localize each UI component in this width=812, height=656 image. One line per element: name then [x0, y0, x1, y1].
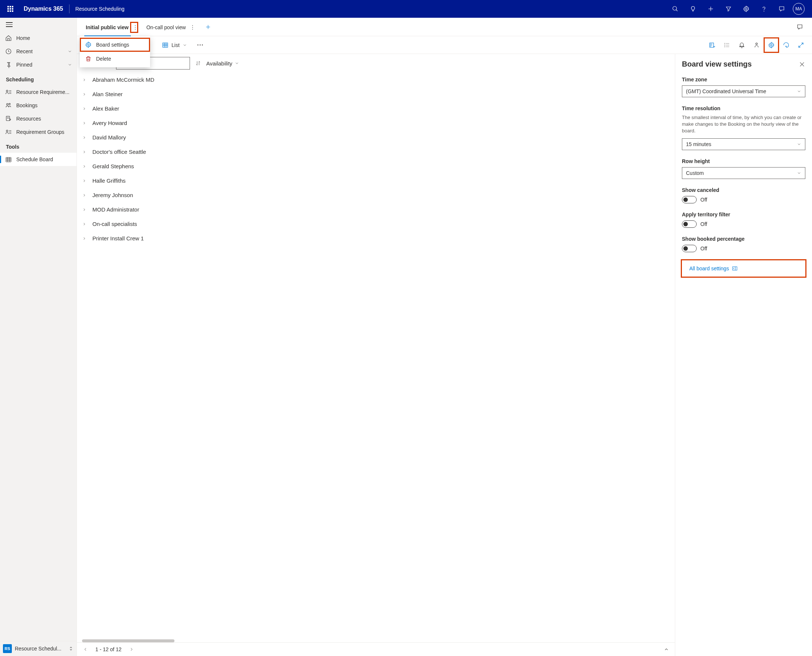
nav-pinned[interactable]: Pinned [0, 58, 77, 71]
resource-row[interactable]: Alex Baker [77, 101, 675, 116]
nav-label: Bookings [16, 102, 38, 108]
search-icon [672, 6, 679, 12]
booked-percentage-toggle[interactable] [682, 245, 697, 252]
svg-point-31 [724, 46, 725, 47]
availability-dropdown[interactable]: Availability [206, 60, 239, 67]
resources-icon [5, 115, 12, 122]
link-label: All board settings [689, 266, 729, 271]
svg-point-11 [6, 130, 8, 132]
nav-home[interactable]: Home [0, 31, 77, 45]
refresh-button[interactable] [780, 39, 793, 52]
resource-row[interactable]: Printer Install Crew 1 [77, 231, 675, 246]
expand-icon [798, 42, 804, 48]
filter-pane-button[interactable] [705, 39, 719, 52]
chevron-right-icon [82, 222, 87, 226]
lightbulb-icon [690, 6, 696, 12]
legend-button[interactable] [720, 39, 734, 52]
resource-row[interactable]: Halle Griffiths [77, 173, 675, 188]
chevron-up-icon [664, 647, 669, 652]
nav-resources[interactable]: Resources [0, 112, 77, 125]
svg-rect-36 [733, 267, 737, 270]
menu-board-settings[interactable]: Board settings [80, 38, 150, 52]
map-button[interactable] [750, 39, 763, 52]
app-launcher[interactable] [3, 0, 18, 18]
more-commands[interactable] [194, 42, 207, 48]
chevron-right-icon [82, 207, 87, 212]
territory-filter-toggle[interactable] [682, 220, 697, 228]
chevron-right-icon [82, 236, 87, 241]
expand-button[interactable] [794, 39, 807, 52]
menu-delete[interactable]: Delete [80, 52, 150, 66]
plus-icon [205, 24, 211, 30]
funnel-icon [725, 6, 732, 12]
resource-name: David Mallory [93, 134, 126, 141]
vertical-dots-icon [191, 25, 193, 30]
user-avatar[interactable]: MA [793, 3, 804, 15]
resource-row[interactable]: On-call specialists [77, 217, 675, 231]
tab-more-button[interactable] [188, 23, 195, 32]
filter-button[interactable] [719, 0, 737, 18]
svg-point-4 [746, 8, 747, 10]
show-canceled-label: Show canceled [682, 187, 805, 193]
nav-area-switcher[interactable]: RS Resource Schedul... [0, 641, 77, 656]
chevron-right-icon [82, 121, 87, 125]
resource-row[interactable]: Jeremy Johnson [77, 188, 675, 202]
lightbulb-button[interactable] [684, 0, 702, 18]
board-view-settings-panel: Board view settings Time zone (GMT) Coor… [675, 54, 812, 656]
app-name[interactable]: Dynamics 365 [18, 6, 69, 12]
person-icon [753, 42, 760, 48]
list-icon [724, 42, 730, 48]
gear-icon [743, 6, 750, 12]
chevron-right-icon [82, 92, 87, 96]
page-next[interactable] [129, 647, 134, 652]
resource-row[interactable]: Alan Steiner [77, 87, 675, 101]
nav-toggle[interactable] [0, 18, 77, 31]
settings-button[interactable] [737, 0, 755, 18]
collapse-panel[interactable] [664, 647, 669, 652]
horizontal-dots-icon [198, 44, 203, 45]
sort-button[interactable] [195, 60, 201, 66]
svg-point-29 [724, 43, 725, 43]
all-board-settings-link[interactable]: All board settings [687, 264, 740, 273]
view-switcher-list[interactable]: List [158, 40, 191, 51]
search-button[interactable] [666, 0, 684, 18]
row-height-select[interactable]: Custom [682, 167, 805, 179]
time-resolution-select[interactable]: 15 minutes [682, 138, 805, 150]
nav-resource-requirements[interactable]: Resource Requireme... [0, 85, 77, 99]
resource-row[interactable]: Avery Howard [77, 116, 675, 130]
tab-initial-public-view[interactable]: Initial public view [81, 18, 142, 37]
trash-icon [85, 56, 92, 62]
resource-name: Alan Steiner [93, 91, 123, 97]
show-canceled-toggle[interactable] [682, 196, 697, 203]
nav-schedule-board[interactable]: Schedule Board [0, 153, 77, 166]
nav-requirement-groups[interactable]: Requirement Groups [0, 125, 77, 139]
page-prev[interactable] [83, 647, 88, 652]
area-badge: RS [3, 644, 12, 653]
plus-icon [707, 6, 714, 12]
assistant-button[interactable] [773, 0, 790, 18]
alerts-button[interactable] [735, 39, 749, 52]
tab-on-call-pool-view[interactable]: On-call pool view [142, 18, 199, 37]
close-panel-button[interactable] [799, 61, 805, 68]
nav-bookings[interactable]: Bookings [0, 99, 77, 112]
nav-recent[interactable]: Recent [0, 45, 77, 58]
tab-more-button[interactable] [131, 23, 137, 32]
add-button[interactable] [702, 0, 719, 18]
booked-percentage-label: Show booked percentage [682, 236, 805, 242]
resource-row[interactable]: David Mallory [77, 130, 675, 145]
chevron-right-icon [82, 193, 87, 198]
resource-row[interactable]: Abraham McCormick MD [77, 73, 675, 87]
board-settings-button[interactable] [765, 39, 778, 52]
assistant-toggle[interactable] [792, 24, 807, 30]
refresh-icon [783, 42, 789, 48]
page-range: 1 - 12 of 12 [95, 647, 122, 652]
resource-row[interactable]: Gerald Stephens [77, 159, 675, 173]
resource-row[interactable]: Doctor's office Seattle [77, 145, 675, 159]
chevron-right-icon [82, 179, 87, 183]
resource-row[interactable]: MOD Administrator [77, 202, 675, 217]
horizontal-scrollbar[interactable] [82, 639, 174, 642]
view-label: List [171, 42, 180, 48]
time-zone-select[interactable]: (GMT) Coordinated Universal Time [682, 85, 805, 97]
add-tab-button[interactable] [199, 24, 217, 30]
help-button[interactable] [755, 0, 773, 18]
